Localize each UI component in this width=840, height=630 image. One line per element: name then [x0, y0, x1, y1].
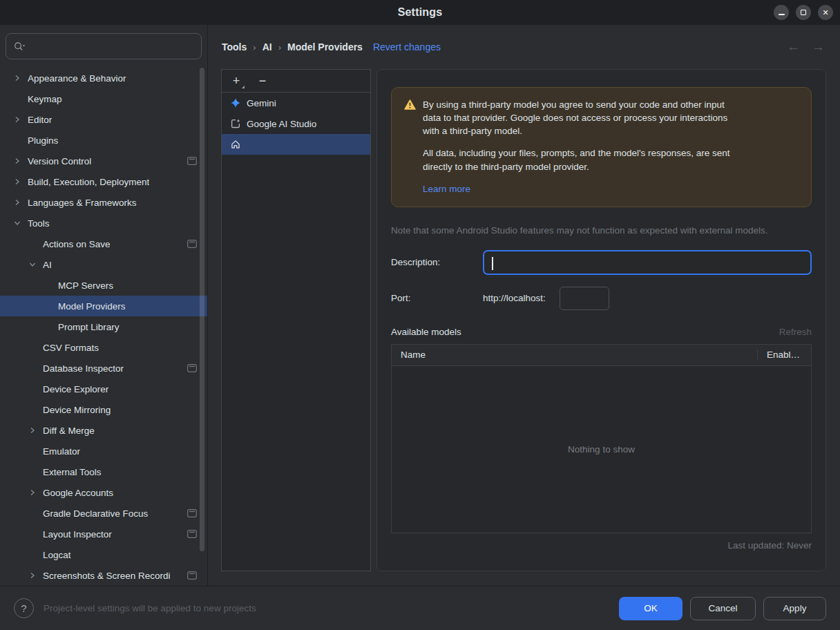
empty-table-message: Nothing to show [568, 444, 635, 455]
window-title: Settings [398, 6, 443, 19]
sidebar-item-mcp-servers[interactable]: MCP Servers [0, 275, 207, 296]
remove-provider-button[interactable]: − [257, 75, 268, 87]
breadcrumb-ai[interactable]: AI [262, 41, 272, 52]
window-controls: ✕ [774, 5, 833, 20]
models-table-header: Name Enabl… [392, 345, 811, 366]
gemini-icon [230, 97, 241, 108]
sidebar-item-editor[interactable]: Editor [0, 109, 207, 130]
maximize-button[interactable] [796, 5, 811, 20]
last-updated-label: Last updated: Never [391, 540, 812, 551]
sidebar-item-logcat[interactable]: Logcat [0, 544, 207, 565]
sidebar-item-model-providers[interactable]: Model Providers [0, 296, 207, 316]
sidebar-item-keymap[interactable]: Keymap [0, 88, 207, 109]
sidebar-item-ai[interactable]: AI [0, 254, 207, 275]
back-arrow-icon[interactable]: ← [787, 39, 800, 55]
warning-paragraph: All data, including your files, prompts,… [423, 146, 737, 173]
sidebar-item-plugins[interactable]: Plugins [0, 130, 207, 151]
sidebar-item-device-mirroring[interactable]: Device Mirroring [0, 399, 207, 420]
port-input[interactable] [560, 287, 609, 310]
description-row: Description: [391, 250, 812, 275]
sidebar-item-database-inspector[interactable]: Database Inspector [0, 358, 207, 379]
close-button[interactable]: ✕ [818, 5, 833, 20]
sidebar-item-layout-inspector[interactable]: Layout Inspector [0, 524, 207, 544]
chevron-right-icon[interactable] [11, 171, 23, 192]
dropdown-triangle-icon [242, 86, 245, 88]
description-input[interactable] [484, 251, 810, 274]
external-models-note: Note that some Android Studio features m… [391, 225, 812, 236]
available-models-row: Available models Refresh [391, 327, 812, 337]
ide-settings-icon [187, 509, 197, 517]
help-icon[interactable]: ? [14, 598, 34, 618]
sidebar-item-tools[interactable]: Tools [0, 213, 207, 233]
sidebar-item-diff-merge[interactable]: Diff & Merge [0, 420, 207, 441]
add-provider-button[interactable]: + [231, 75, 242, 87]
warning-icon [404, 99, 416, 195]
sidebar-item-languages-frameworks[interactable]: Languages & Frameworks [0, 192, 207, 213]
chevron-right-icon[interactable] [11, 109, 23, 130]
sidebar-item-device-explorer[interactable]: Device Explorer [0, 379, 207, 399]
revert-changes-link[interactable]: Revert changes [373, 41, 441, 52]
sidebar-item-emulator[interactable]: Emulator [0, 441, 207, 461]
sidebar-item-screenshots-screen-recordings[interactable]: Screenshots & Screen Recordi [0, 565, 207, 586]
forward-arrow-icon[interactable]: → [812, 39, 825, 55]
provider-item-gemini[interactable]: Gemini [222, 93, 370, 113]
sidebar-item-prompt-library[interactable]: Prompt Library [0, 316, 207, 337]
ide-settings-icon [187, 157, 197, 165]
sidebar-item-gradle-declarative-focus[interactable]: Gradle Declarative Focus [0, 503, 207, 524]
minimize-icon [779, 14, 785, 15]
port-row: Port: http://localhost: [391, 287, 812, 310]
chevron-right-icon[interactable] [26, 482, 39, 503]
port-prefix: http://localhost: [483, 293, 546, 303]
minimize-button[interactable] [774, 5, 789, 20]
provider-toolbar: + − [222, 70, 370, 93]
sidebar-item-version-control[interactable]: Version Control [0, 151, 207, 171]
breadcrumb-model-providers[interactable]: Model Providers [287, 41, 363, 52]
ide-settings-icon [187, 530, 197, 538]
chevron-down-icon[interactable] [11, 213, 23, 233]
models-table: Name Enabl… Nothing to show [391, 344, 812, 533]
cancel-button[interactable]: Cancel [690, 597, 756, 620]
google-ai-studio-icon [230, 118, 241, 129]
sidebar-item-csv-formats[interactable]: CSV Formats [0, 337, 207, 358]
sidebar-item-external-tools[interactable]: External Tools [0, 461, 207, 482]
chevron-right-icon[interactable] [26, 565, 39, 586]
provider-item-google-ai-studio[interactable]: Google AI Studio [222, 113, 370, 134]
breadcrumb-separator: › [253, 42, 256, 52]
ok-button[interactable]: OK [619, 597, 682, 620]
chevron-right-icon[interactable] [26, 420, 39, 441]
settings-sidebar: Appearance & Behavior Keymap Editor Plug… [0, 25, 207, 586]
available-models-label: Available models [391, 327, 461, 337]
ide-settings-icon [187, 240, 197, 248]
provider-item-new[interactable] [222, 134, 370, 155]
column-header-enabled[interactable]: Enabl… [757, 350, 811, 360]
chevron-right-icon[interactable] [11, 68, 23, 88]
search-field[interactable] [6, 33, 202, 59]
sidebar-scrollbar[interactable] [200, 68, 204, 551]
provider-list-panel: + − Gemini Google AI Studio [221, 69, 371, 571]
description-input-wrapper [483, 250, 812, 275]
apply-button[interactable]: Apply [763, 597, 826, 620]
sidebar-item-appearance-behavior[interactable]: Appearance & Behavior [0, 68, 207, 88]
footer-bar: ? Project-level settings will be applied… [0, 586, 840, 630]
learn-more-link[interactable]: Learn more [423, 182, 470, 195]
home-icon [230, 139, 241, 150]
description-label: Description: [391, 257, 483, 267]
chevron-right-icon[interactable] [11, 151, 23, 171]
refresh-link[interactable]: Refresh [779, 327, 812, 337]
titlebar: Settings ✕ [0, 0, 840, 25]
text-cursor [492, 257, 493, 270]
project-level-hint: Project-level settings will be applied t… [44, 603, 256, 613]
close-icon: ✕ [822, 9, 828, 17]
sidebar-item-actions-on-save[interactable]: Actions on Save [0, 233, 207, 254]
column-header-name[interactable]: Name [392, 350, 757, 360]
search-icon[interactable] [13, 41, 26, 52]
search-input[interactable] [30, 41, 194, 52]
breadcrumb-tools[interactable]: Tools [222, 41, 247, 52]
third-party-warning-banner: By using a third-party model you agree t… [391, 87, 812, 207]
chevron-right-icon[interactable] [11, 192, 23, 213]
model-provider-settings-panel: By using a third-party model you agree t… [376, 69, 826, 571]
chevron-down-icon[interactable] [26, 254, 39, 275]
sidebar-item-build-execution-deployment[interactable]: Build, Execution, Deployment [0, 171, 207, 192]
sidebar-item-google-accounts[interactable]: Google Accounts [0, 482, 207, 503]
settings-tree: Appearance & Behavior Keymap Editor Plug… [0, 68, 207, 586]
